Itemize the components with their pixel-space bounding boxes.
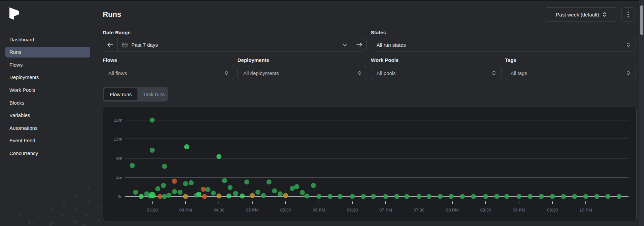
sidebar-item-event-feed[interactable]: Event Feed (5, 135, 90, 146)
states-select[interactable]: All run states (371, 38, 636, 51)
run-dot[interactable] (139, 194, 144, 199)
run-dot[interactable] (460, 194, 465, 199)
run-dot[interactable] (294, 184, 299, 189)
run-dot[interactable] (539, 194, 544, 199)
run-dot[interactable] (222, 178, 227, 183)
sidebar-item-blocks[interactable]: Blocks (5, 97, 90, 108)
run-dot[interactable] (158, 194, 163, 199)
run-dot[interactable] (550, 194, 555, 199)
date-range-next-button[interactable] (352, 38, 366, 51)
run-dot[interactable] (300, 190, 305, 195)
run-dot[interactable] (250, 193, 255, 198)
run-dot[interactable] (189, 180, 194, 185)
run-dot[interactable] (483, 194, 488, 199)
run-dot[interactable] (205, 187, 211, 192)
run-dot[interactable] (311, 183, 316, 188)
date-range-picker[interactable]: Past 7 days (118, 38, 352, 51)
run-dot[interactable] (278, 191, 283, 196)
run-dot[interactable] (202, 194, 207, 199)
run-dot[interactable] (417, 194, 422, 199)
run-dot[interactable] (196, 192, 201, 197)
work-pools-select[interactable]: All pools (371, 66, 502, 80)
kebab-menu-button[interactable] (621, 7, 635, 22)
run-dot[interactable] (617, 194, 622, 199)
sidebar-item-automations[interactable]: Automations (5, 122, 90, 133)
run-dot[interactable] (130, 163, 135, 168)
scrollbar-track[interactable] (639, 0, 644, 226)
run-dot[interactable] (226, 193, 231, 198)
run-dot[interactable] (183, 181, 188, 186)
run-dot[interactable] (572, 194, 577, 199)
run-dot[interactable] (426, 194, 431, 199)
run-dot[interactable] (183, 194, 188, 199)
run-dot[interactable] (290, 186, 295, 191)
run-dot[interactable] (255, 190, 260, 195)
run-dot[interactable] (161, 183, 166, 188)
sidebar-item-deployments[interactable]: Deployments (5, 72, 90, 83)
run-dot[interactable] (233, 191, 238, 196)
run-dot[interactable] (217, 154, 222, 159)
run-dot[interactable] (328, 194, 333, 199)
sidebar-item-dashboard[interactable]: Dashboard (5, 34, 90, 45)
run-dot[interactable] (304, 193, 309, 198)
run-dot[interactable] (211, 190, 216, 195)
flow-runs-scatter-chart[interactable]: 18m13m9m4m0s03:3004 PM04:3005 PM05:3006 … (103, 107, 636, 221)
run-dot[interactable] (517, 194, 522, 199)
run-dot[interactable] (150, 148, 155, 153)
sidebar-item-runs[interactable]: Runs (5, 47, 90, 58)
sidebar-item-work-pools[interactable]: Work Pools (5, 84, 90, 95)
run-dot[interactable] (217, 193, 222, 198)
dashboard-preset-select[interactable]: Past week (default) (544, 7, 618, 22)
sidebar-item-flows[interactable]: Flows (5, 59, 90, 70)
run-dot[interactable] (155, 186, 160, 191)
deployments-select[interactable]: All deployments (237, 66, 367, 80)
scrollbar-thumb[interactable] (640, 5, 643, 35)
run-dot[interactable] (561, 194, 566, 199)
run-dot[interactable] (317, 194, 322, 199)
run-dot[interactable] (166, 193, 171, 198)
run-dot[interactable] (162, 194, 167, 199)
run-dot[interactable] (133, 190, 138, 195)
run-dot[interactable] (201, 187, 206, 192)
run-dot[interactable] (583, 194, 588, 199)
run-dot[interactable] (361, 194, 366, 199)
run-dot[interactable] (178, 190, 183, 195)
run-dot[interactable] (283, 193, 288, 198)
run-dot[interactable] (371, 194, 376, 199)
run-dot[interactable] (494, 194, 500, 199)
run-dot[interactable] (383, 194, 388, 199)
run-dot[interactable] (272, 188, 277, 193)
run-dot[interactable] (438, 194, 443, 199)
kebab-icon (627, 11, 629, 17)
run-dot[interactable] (528, 194, 533, 199)
run-dot[interactable] (449, 194, 454, 199)
flows-select[interactable]: All flows (103, 66, 234, 80)
sidebar-item-variables[interactable]: Variables (5, 110, 90, 121)
run-dot[interactable] (471, 194, 476, 199)
run-dot[interactable] (172, 179, 177, 184)
run-dot[interactable] (172, 189, 177, 194)
run-dot[interactable] (337, 194, 343, 199)
run-dot[interactable] (149, 192, 156, 198)
sidebar-item-concurrency[interactable]: Concurrency (5, 148, 90, 158)
run-dot[interactable] (404, 194, 409, 199)
run-dot[interactable] (228, 185, 233, 190)
run-dot[interactable] (350, 194, 355, 199)
run-dot[interactable] (594, 194, 600, 199)
run-dot[interactable] (184, 144, 189, 149)
run-dot[interactable] (266, 180, 271, 185)
run-dot[interactable] (162, 164, 167, 169)
run-dot[interactable] (504, 194, 509, 199)
run-dot[interactable] (261, 193, 266, 198)
run-dot[interactable] (240, 193, 245, 198)
tab-task-runs[interactable]: Task runs (137, 88, 170, 100)
tab-flow-runs[interactable]: Flow runs (104, 88, 137, 100)
prefect-logo[interactable] (9, 7, 19, 22)
tags-select[interactable]: All tags (505, 66, 636, 80)
flows-select-value: All flows (108, 70, 127, 76)
run-dot[interactable] (150, 118, 155, 123)
run-dot[interactable] (606, 194, 611, 199)
run-dot[interactable] (394, 194, 399, 199)
date-range-prev-button[interactable] (103, 38, 117, 51)
run-dot[interactable] (244, 180, 249, 185)
